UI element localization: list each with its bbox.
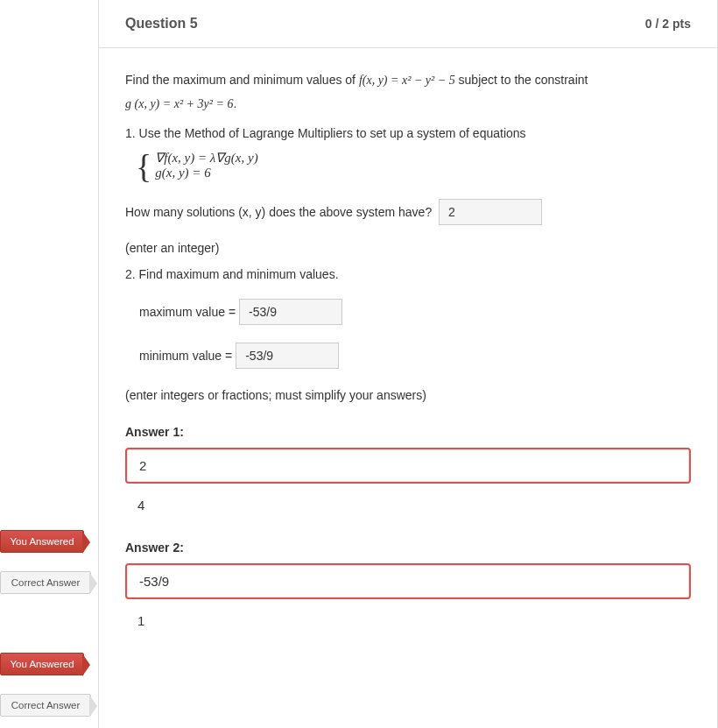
correct-answer-tag-2: Correct Answer <box>0 694 91 717</box>
question-body: Find the maximum and minimum values of f… <box>99 48 717 409</box>
min-value-row: minimum value = -53/9 <box>139 343 691 369</box>
answers-section: Answer 1: 2 4 Answer 2: -53/9 1 <box>99 425 717 649</box>
max-label: maximum value = <box>139 305 236 319</box>
fraction-hint: (enter integers or fractions; must simpl… <box>125 388 691 402</box>
answer-2-correct: 1 <box>125 608 691 640</box>
question-prompt: Find the maximum and minimum values of f… <box>125 71 691 113</box>
answer-2-you-box: -53/9 <box>125 563 691 599</box>
question-header: Question 5 0 / 2 pts <box>99 0 717 48</box>
min-input[interactable]: -53/9 <box>236 343 339 369</box>
solutions-input[interactable]: 2 <box>439 199 542 225</box>
answer-2-label: Answer 2: <box>125 541 691 555</box>
solutions-question: How many solutions (x, y) does the above… <box>125 199 691 225</box>
system-line-2: g(x, y) = 6 <box>155 166 257 180</box>
question-title: Question 5 <box>125 16 198 32</box>
answer-tag-gutter: You Answered Correct Answer You Answered… <box>0 0 98 728</box>
question-points: 0 / 2 pts <box>645 17 691 31</box>
max-input[interactable]: -53/9 <box>239 299 342 325</box>
prompt-intro-b: subject to the constraint <box>459 73 588 87</box>
step-1-text: 1. Use the Method of Lagrange Multiplier… <box>125 125 691 143</box>
min-label: minimum value = <box>139 349 232 363</box>
you-answered-tag-2: You Answered <box>0 653 84 675</box>
step-2-text: 2. Find maximum and minimum values. <box>125 267 691 281</box>
solutions-ask-text: How many solutions (x, y) does the above… <box>125 205 432 219</box>
answer-1-label: Answer 1: <box>125 425 691 439</box>
answer-1-you-box: 2 <box>125 448 691 484</box>
you-answered-tag-1: You Answered <box>0 530 84 553</box>
f-expression: f(x, y) = x² − y² − 5 <box>359 74 455 87</box>
prompt-intro-a: Find the maximum and minimum values of <box>125 73 359 87</box>
prompt-period: . <box>233 96 236 110</box>
system-line-1: ∇f(x, y) = λ∇g(x, y) <box>155 150 257 166</box>
brace-icon: { <box>136 150 151 183</box>
integer-note: (enter an integer) <box>125 241 691 255</box>
answer-1-correct: 4 <box>125 492 691 525</box>
max-value-row: maximum value = -53/9 <box>139 299 691 325</box>
correct-answer-tag-1: Correct Answer <box>0 571 91 594</box>
question-panel: Question 5 0 / 2 pts Find the maximum an… <box>98 0 718 728</box>
equation-system: { ∇f(x, y) = λ∇g(x, y) g(x, y) = 6 <box>136 150 691 183</box>
g-expression: g (x, y) = x² + 3y² = 6 <box>125 97 233 110</box>
